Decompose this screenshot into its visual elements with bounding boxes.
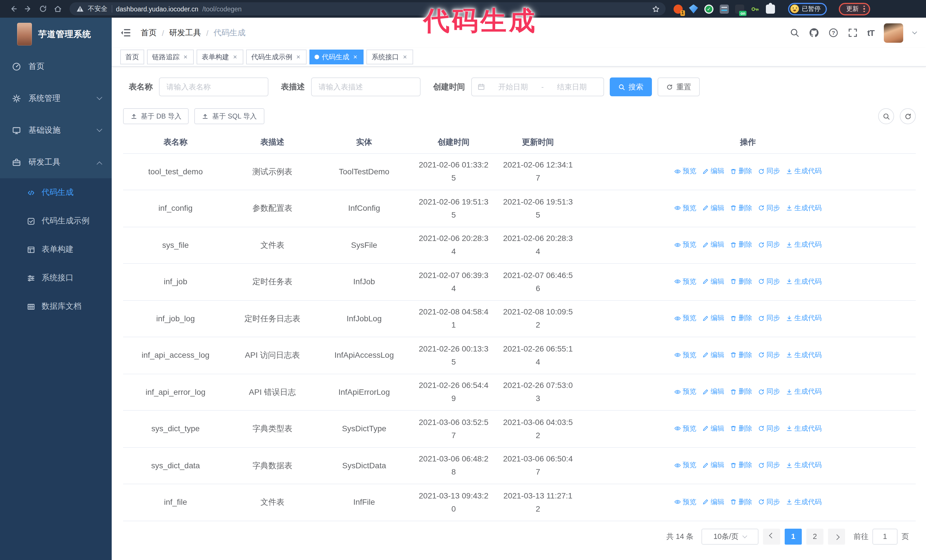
sync-link[interactable]: 同步: [758, 422, 780, 435]
user-avatar[interactable]: [884, 23, 903, 42]
page-number-button[interactable]: 1: [785, 528, 802, 544]
close-icon[interactable]: ×: [182, 53, 189, 61]
tab-代码生成示例[interactable]: 代码生成示例×: [246, 50, 307, 64]
generate-code-link[interactable]: 生成代码: [786, 349, 822, 361]
import-db-button[interactable]: 基于 DB 导入: [123, 108, 189, 124]
sidebar-item-home[interactable]: 首页: [0, 51, 112, 83]
preview-link[interactable]: 预览: [674, 165, 696, 178]
generate-code-link[interactable]: 生成代码: [786, 495, 822, 509]
generate-code-link[interactable]: 生成代码: [786, 422, 822, 435]
app-logo[interactable]: 芋道管理系统: [0, 18, 112, 51]
sidebar-subitem-codegen-example[interactable]: 代码生成示例: [0, 207, 112, 235]
browser-home-button[interactable]: [50, 2, 65, 16]
import-sql-button[interactable]: 基于 SQL 导入: [195, 108, 264, 124]
refresh-table-button[interactable]: [900, 108, 916, 124]
reset-button[interactable]: 重置: [658, 77, 700, 96]
sync-link[interactable]: 同步: [758, 459, 780, 472]
tab-系统接口[interactable]: 系统接口×: [366, 50, 413, 64]
sidebar-subitem-db-doc[interactable]: 数据库文档: [0, 292, 112, 321]
page-number-button[interactable]: 2: [806, 528, 823, 544]
generate-code-link[interactable]: 生成代码: [786, 385, 822, 398]
table-desc-input[interactable]: [311, 77, 421, 96]
generate-code-link[interactable]: 生成代码: [786, 201, 822, 214]
browser-reload-button[interactable]: [35, 2, 50, 16]
table-name-input[interactable]: [159, 77, 268, 96]
profile-paused-chip[interactable]: 已暂停: [788, 3, 827, 15]
close-icon[interactable]: ×: [295, 53, 301, 61]
extension-shield-check-icon[interactable]: ✓: [704, 4, 713, 14]
tab-首页[interactable]: 首页: [120, 50, 144, 64]
tab-表单构建[interactable]: 表单构建×: [197, 50, 243, 64]
tab-代码生成[interactable]: 代码生成×: [309, 50, 363, 64]
delete-link[interactable]: 删除: [730, 495, 752, 509]
breadcrumb-item[interactable]: 首页: [141, 28, 157, 38]
delete-link[interactable]: 删除: [730, 165, 752, 178]
sync-link[interactable]: 同步: [758, 385, 780, 398]
address-bar[interactable]: 不安全 dashboard.yudao.iocoder.cn/tool/code…: [70, 2, 666, 15]
preview-link[interactable]: 预览: [674, 385, 696, 398]
user-menu-caret-icon[interactable]: [912, 30, 917, 35]
extension-ubuntu-icon[interactable]: [673, 4, 683, 14]
breadcrumb-item[interactable]: 研发工具: [169, 28, 201, 38]
delete-link[interactable]: 删除: [730, 201, 752, 214]
preview-link[interactable]: 预览: [674, 495, 696, 509]
prev-page-button[interactable]: [763, 528, 780, 544]
generate-code-link[interactable]: 生成代码: [786, 312, 822, 325]
search-button[interactable]: 搜索: [610, 77, 652, 96]
delete-link[interactable]: 删除: [730, 385, 752, 398]
edit-link[interactable]: 编辑: [702, 349, 724, 361]
bookmark-star-icon[interactable]: [652, 5, 660, 13]
generate-code-link[interactable]: 生成代码: [786, 238, 822, 251]
edit-link[interactable]: 编辑: [702, 201, 724, 214]
sidebar-item-devtools[interactable]: 研发工具: [0, 146, 112, 178]
extension-sliders-icon[interactable]: [720, 4, 729, 14]
tab-链路追踪[interactable]: 链路追踪×: [147, 50, 194, 64]
extension-gem-icon[interactable]: [689, 4, 698, 14]
preview-link[interactable]: 预览: [674, 201, 696, 214]
close-icon[interactable]: ×: [352, 53, 359, 61]
edit-link[interactable]: 编辑: [702, 495, 724, 509]
header-search-icon[interactable]: [790, 28, 799, 38]
sidebar-subitem-codegen[interactable]: 代码生成: [0, 178, 112, 207]
delete-link[interactable]: 删除: [730, 422, 752, 435]
edit-link[interactable]: 编辑: [702, 422, 724, 435]
extension-switch-icon[interactable]: [735, 4, 744, 14]
toggle-search-button[interactable]: [878, 108, 894, 124]
font-size-icon[interactable]: tT: [867, 28, 874, 38]
help-question-icon[interactable]: ?: [829, 28, 838, 38]
edit-link[interactable]: 编辑: [702, 275, 724, 288]
sync-link[interactable]: 同步: [758, 238, 780, 251]
fullscreen-icon[interactable]: [848, 28, 858, 38]
sync-link[interactable]: 同步: [758, 349, 780, 361]
page-size-select[interactable]: 10条/页: [702, 528, 758, 544]
sidebar-subitem-form-builder[interactable]: 表单构建: [0, 235, 112, 264]
delete-link[interactable]: 删除: [730, 238, 752, 251]
preview-link[interactable]: 预览: [674, 459, 696, 472]
sidebar-item-infra[interactable]: 基础设施: [0, 115, 112, 146]
browser-back-button[interactable]: [6, 2, 21, 16]
preview-link[interactable]: 预览: [674, 422, 696, 435]
edit-link[interactable]: 编辑: [702, 385, 724, 398]
date-range-picker[interactable]: 开始日期 - 结束日期: [471, 77, 604, 96]
preview-link[interactable]: 预览: [674, 275, 696, 288]
generate-code-link[interactable]: 生成代码: [786, 165, 822, 178]
close-icon[interactable]: ×: [402, 53, 408, 61]
browser-menu-kebab-icon[interactable]: [863, 6, 865, 12]
sync-link[interactable]: 同步: [758, 495, 780, 509]
goto-page-input[interactable]: [872, 528, 897, 544]
close-icon[interactable]: ×: [232, 53, 238, 61]
sidebar-subitem-system-api[interactable]: 系统接口: [0, 264, 112, 292]
github-icon[interactable]: [809, 28, 819, 38]
delete-link[interactable]: 删除: [730, 275, 752, 288]
browser-forward-button[interactable]: [21, 2, 35, 16]
edit-link[interactable]: 编辑: [702, 312, 724, 325]
delete-link[interactable]: 删除: [730, 312, 752, 325]
preview-link[interactable]: 预览: [674, 238, 696, 251]
edit-link[interactable]: 编辑: [702, 238, 724, 251]
edit-link[interactable]: 编辑: [702, 459, 724, 472]
preview-link[interactable]: 预览: [674, 349, 696, 361]
sync-link[interactable]: 同步: [758, 201, 780, 214]
generate-code-link[interactable]: 生成代码: [786, 275, 822, 288]
next-page-button[interactable]: [828, 528, 845, 544]
sync-link[interactable]: 同步: [758, 165, 780, 178]
